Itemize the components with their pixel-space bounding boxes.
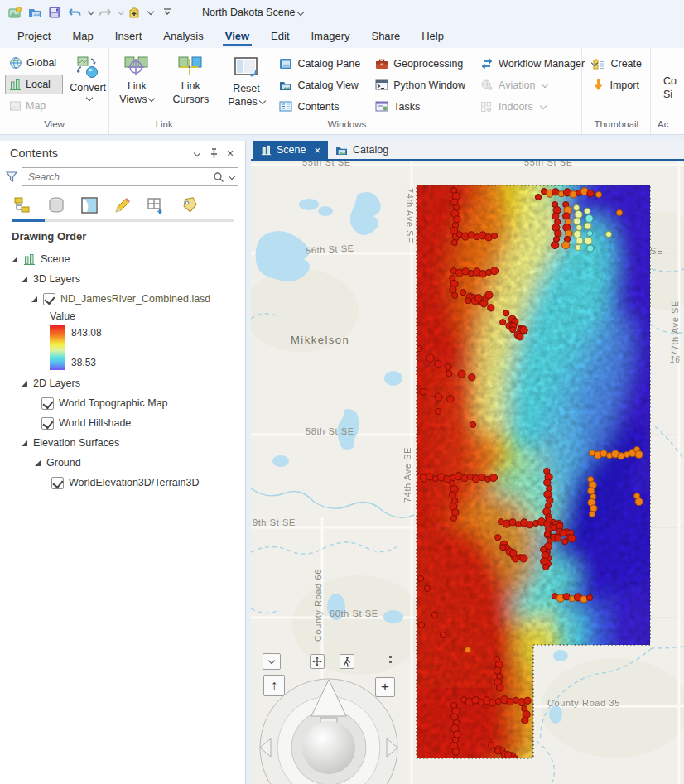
search-dropdown-icon[interactable] [229,172,235,179]
drawing-order-heading: Drawing Order [12,230,245,243]
expander-icon[interactable] [22,440,28,446]
python-window-button[interactable]: Python Window [372,75,469,94]
list-by-editing-button[interactable] [111,195,134,216]
collapse-navigator-button[interactable] [263,653,281,670]
tree-item-2d-layers[interactable]: 2D Layers [22,373,245,393]
tab-edit[interactable]: Edit [260,26,300,48]
expander-icon[interactable] [12,256,18,262]
undo-icon [68,7,82,19]
local-button[interactable]: Local [5,75,63,94]
link-cursors-button[interactable]: LinkCursors [167,51,214,108]
close-tab-icon[interactable]: × [314,144,320,156]
redo-button[interactable] [94,3,114,22]
expander-icon[interactable] [22,380,28,387]
tasks-button[interactable]: Tasks [372,97,469,116]
contents-button[interactable]: Contents [276,97,364,116]
map-town-label: Mikkelson [291,334,349,346]
contents-toolbar [0,190,245,216]
link-views-button[interactable]: LinkViews [114,51,159,108]
tab-share[interactable]: Share [360,26,411,48]
convert-icon [75,55,100,80]
tree-item-elevation-surfaces[interactable]: Elevation Surfaces [22,433,245,453]
ribbon-group-link: LinkViews LinkCursors Link [109,48,219,134]
navigation-compass[interactable] [258,673,407,784]
tree-item-lasd-layer[interactable]: ND_JamesRiver_Combined.lasd [31,289,245,309]
catalog-view-button[interactable]: Catalog View [276,75,364,94]
global-button[interactable]: Global [5,53,63,73]
layer-checkbox[interactable] [41,397,54,410]
layer-tree: Drawing Order Scene 3D Layers ND_JamesRi… [0,222,245,784]
navigator-handle-dots[interactable] [389,656,393,666]
tree-item-terrain3d[interactable]: WorldElevation3D/Terrain3D [51,473,245,493]
map-viewport[interactable]: 55th St SE 55th St SE 74th Ave SE 56th S… [251,161,684,784]
search-box [22,167,238,186]
pan-icon [312,657,322,666]
list-by-data-source-button[interactable] [45,195,68,216]
navigator-sphere[interactable] [302,721,355,774]
add-data-button[interactable] [124,3,144,22]
python-window-icon [375,79,388,90]
color-simulator-button[interactable]: CoSi [656,71,684,103]
list-by-snapping-button[interactable] [144,195,167,216]
search-icon[interactable] [213,171,224,183]
new-project-button[interactable] [5,3,25,22]
ribbon-group-windows: ResetPanes Catalog Pane Catalog View Con… [219,48,582,134]
tab-analysis[interactable]: Analysis [152,26,214,48]
expander-icon[interactable] [22,276,28,282]
expander-icon[interactable] [35,459,41,466]
reset-panes-button[interactable]: ResetPanes [224,52,267,111]
list-by-selection-button[interactable] [78,195,101,216]
walk-mode-button[interactable] [340,654,354,669]
tree-item-world-hillshade[interactable]: World Hillshade [41,413,245,433]
view-tab-catalog[interactable]: Catalog [328,141,396,159]
filter-icon[interactable] [5,171,18,183]
tree-item-ground[interactable]: Ground [35,453,245,473]
catalog-pane-button[interactable]: Catalog Pane [276,54,364,73]
undo-button[interactable] [65,3,84,22]
tab-view[interactable]: View [214,26,260,48]
contents-pane: Contents × [0,141,246,784]
tab-insert[interactable]: Insert [104,26,153,48]
tab-help[interactable]: Help [411,26,455,48]
window-title: North Dakota Scene [202,7,303,18]
tab-project[interactable]: Project [7,26,61,48]
tree-item-3d-layers[interactable]: 3D Layers [22,269,245,289]
undo-dropdown[interactable] [84,3,94,22]
scene-icon [23,253,36,266]
expander-icon[interactable] [31,296,38,302]
redo-dropdown[interactable] [114,3,124,22]
save-project-button[interactable] [45,3,65,22]
layer-checkbox[interactable] [41,417,54,430]
layer-checkbox[interactable] [51,477,64,489]
list-by-labeling-button[interactable] [177,195,200,216]
map-label: 74th Ave SE [402,447,412,503]
search-input[interactable] [28,171,213,183]
open-project-button[interactable] [25,3,45,22]
pane-menu-button[interactable] [189,145,205,161]
customize-toolbar-button[interactable] [162,3,172,22]
contents-toolbar-indicator [12,219,234,222]
import-thumbnail-button[interactable]: Import [589,75,645,94]
convert-button[interactable]: Convert [66,51,109,103]
geoprocessing-button[interactable]: Geoprocessing [372,54,469,73]
tree-item-scene[interactable]: Scene [12,249,245,269]
pin-icon[interactable] [205,145,222,161]
tree-item-world-topographic[interactable]: World Topographic Map [41,393,245,413]
map-button[interactable]: Map [5,96,63,116]
tab-map[interactable]: Map [61,26,104,48]
database-icon [47,196,65,214]
add-package-icon [128,7,141,19]
tab-imagery[interactable]: Imagery [301,26,361,48]
walk-icon [343,657,351,667]
save-icon [48,7,61,19]
layer-checkbox[interactable] [43,293,55,305]
pan-mode-button[interactable] [310,654,325,669]
group-label-thumbnail: Thumbnail [582,119,650,134]
contents-pane-title: Contents [10,147,189,160]
map-spot-elevation-label: 16 [670,355,680,364]
view-tab-scene[interactable]: Scene × [253,141,328,159]
add-data-dropdown[interactable] [144,3,154,22]
title-dropdown-icon[interactable] [296,8,303,15]
list-by-drawing-order-button[interactable] [12,195,35,216]
close-pane-button[interactable]: × [222,145,238,161]
